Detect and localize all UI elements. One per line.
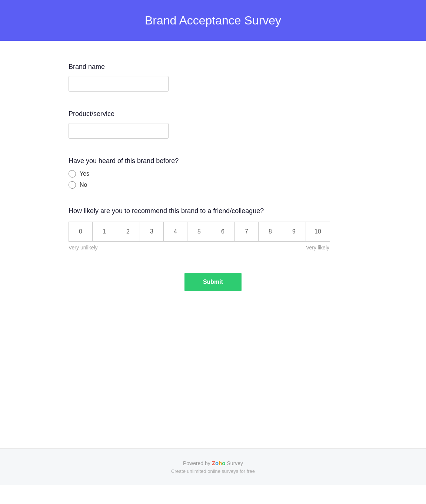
scale-cell-3[interactable]: 3 [140, 222, 164, 241]
radio-option-no[interactable]: No [69, 181, 357, 189]
scale-label-right: Very likely [306, 245, 329, 251]
zoho-o2: o [222, 460, 225, 466]
spacer [69, 321, 357, 395]
scale-label-left: Very unlikely [69, 245, 98, 251]
product-service-label: Product/service [69, 110, 357, 118]
footer-sub-text: Create unlimited online surveys for free [7, 468, 419, 474]
main-content: Brand name Product/service Have you hear… [0, 41, 426, 448]
scale-cell-0[interactable]: 0 [69, 222, 93, 241]
recommend-group: How likely are you to recommend this bra… [69, 207, 357, 251]
heard-brand-label: Have you heard of this brand before? [69, 157, 357, 165]
radio-no-input[interactable] [69, 181, 76, 189]
footer-powered-by: Powered by Zoho Survey [7, 460, 419, 466]
zoho-o1: o [215, 460, 219, 466]
submit-button[interactable]: Submit [184, 273, 242, 291]
footer-survey-text: Survey [227, 460, 243, 466]
zoho-h: h [219, 460, 222, 466]
scale-container: 0 1 2 3 4 5 6 7 8 9 10 Very unlikely Ver… [69, 222, 357, 251]
product-service-group: Product/service [69, 110, 357, 139]
recommend-label: How likely are you to recommend this bra… [69, 207, 357, 215]
scale-cell-6[interactable]: 6 [211, 222, 235, 241]
submit-container: Submit [69, 273, 357, 291]
powered-by-text: Powered by [183, 460, 210, 466]
scale-cell-2[interactable]: 2 [116, 222, 140, 241]
form-container: Brand name Product/service Have you hear… [46, 41, 380, 410]
scale-cell-1[interactable]: 1 [93, 222, 116, 241]
radio-yes-label: Yes [80, 170, 89, 177]
radio-no-label: No [80, 182, 87, 188]
brand-name-input[interactable] [69, 76, 169, 92]
brand-name-label: Brand name [69, 63, 357, 71]
scale-cell-7[interactable]: 7 [235, 222, 259, 241]
zoho-logo: Zoho [212, 460, 226, 466]
heard-brand-radio-group: Yes No [69, 170, 357, 189]
scale-cell-4[interactable]: 4 [164, 222, 187, 241]
scale-cell-10[interactable]: 10 [306, 222, 330, 241]
radio-option-yes[interactable]: Yes [69, 170, 357, 178]
scale-cell-9[interactable]: 9 [282, 222, 306, 241]
zoho-z: Z [212, 460, 215, 466]
product-service-input[interactable] [69, 123, 169, 139]
page-title: Brand Acceptance Survey [145, 14, 281, 27]
heard-brand-group: Have you heard of this brand before? Yes… [69, 157, 357, 189]
page-footer: Powered by Zoho Survey Create unlimited … [0, 448, 426, 485]
page-header: Brand Acceptance Survey [0, 0, 426, 41]
scale-labels: Very unlikely Very likely [69, 245, 329, 251]
scale-cell-8[interactable]: 8 [259, 222, 282, 241]
brand-name-group: Brand name [69, 63, 357, 92]
radio-yes-input[interactable] [69, 170, 76, 178]
scale-cell-5[interactable]: 5 [187, 222, 211, 241]
scale-grid: 0 1 2 3 4 5 6 7 8 9 10 [69, 222, 330, 242]
